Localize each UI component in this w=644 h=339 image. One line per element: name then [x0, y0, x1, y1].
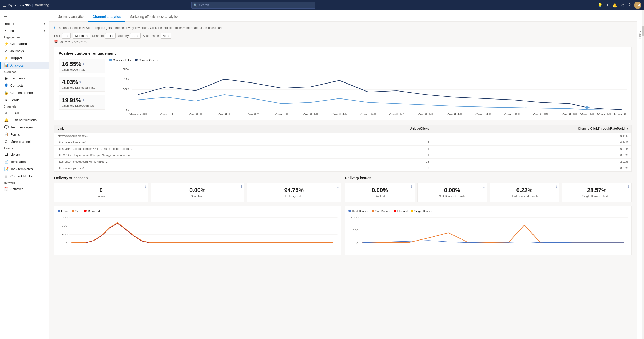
triggers-icon: ⚡ [4, 56, 8, 60]
sidebar-item-forms[interactable]: 📋 Forms [0, 131, 49, 138]
text-icon: 💬 [4, 125, 8, 129]
sidebar-hamburger[interactable]: ☰ [0, 10, 49, 20]
svg-point-9 [585, 106, 589, 109]
last-value-select[interactable]: 2 ▾ [62, 33, 71, 39]
single-bounced-label: Single Bounced Text ... [565, 195, 628, 198]
get-started-label: Get started [10, 42, 27, 46]
tab-marketing-effectiveness[interactable]: Marketing effectiveness analytics [125, 12, 183, 22]
ctr-value: 4.03% ℹ [62, 79, 102, 86]
sidebar-item-templates[interactable]: 📄 Templates [0, 158, 49, 165]
bottom-charts-row: Inflow Sent Delivered 300 200 100 0 [54, 206, 632, 255]
sidebar-item-consent-center[interactable]: 🔒 Consent center [0, 89, 49, 96]
svg-text:0: 0 [356, 242, 358, 244]
legend-sent: Sent [72, 210, 81, 213]
sidebar-item-get-started[interactable]: ⚡ Get started [0, 40, 49, 47]
tab-journey-analytics[interactable]: Journey analytics [54, 12, 88, 22]
ctr-per-link-cell: 0.14% [432, 139, 631, 146]
engagement-inner: 16.55% ℹ ChannelOpenRate 4.03% ℹ Channel… [59, 59, 627, 116]
sidebar-item-leads[interactable]: ◈ Leads [0, 96, 49, 103]
inflow-info-icon[interactable]: ℹ [145, 185, 146, 188]
sidebar-item-text-messages[interactable]: 💬 Text messages [0, 123, 49, 131]
bottom-chart-left-svg: 300 200 100 0 [58, 215, 338, 251]
channel-select[interactable]: All ▾ [105, 33, 115, 39]
send-rate-value: 0.00% [154, 187, 241, 194]
blocked-info-icon[interactable]: ℹ [411, 185, 412, 188]
sidebar-item-analytics[interactable]: 📊 Analytics [0, 62, 49, 69]
more-channels-icon: ⊕ [4, 139, 8, 144]
sidebar-item-contacts[interactable]: 👤 Contacts [0, 82, 49, 89]
unique-clicks-col-header: UniqueClicks [341, 125, 432, 133]
journey-select[interactable]: All ▾ [130, 33, 140, 39]
delivery-rate-info-icon[interactable]: ℹ [337, 185, 339, 188]
tab-bar: Journey analytics Channel analytics Mark… [49, 10, 637, 22]
content-area: ℹ The data in these Power BI reports get… [49, 22, 637, 339]
period-select[interactable]: Months ▾ [73, 33, 90, 39]
search-input[interactable] [199, 3, 313, 7]
help-icon[interactable]: ? [628, 3, 631, 7]
svg-text:April 18: April 18 [447, 113, 463, 115]
click-to-open-info-icon[interactable]: ℹ [83, 98, 84, 102]
activities-icon: 📅 [4, 187, 8, 191]
delivery-send-rate-card: ℹ 0.00% Send Rate [151, 183, 245, 202]
bottom-chart-left-legend: Inflow Sent Delivered [58, 210, 338, 213]
unique-clicks-cell: 1 [341, 146, 432, 152]
push-icon: 🔔 [4, 118, 8, 122]
sidebar-item-task-templates[interactable]: 📝 Task templates [0, 165, 49, 172]
sidebar-item-emails[interactable]: ✉ Emails [0, 109, 49, 116]
svg-text:April 20: April 20 [504, 113, 520, 115]
search-bar[interactable]: 🔍 [191, 2, 315, 9]
sidebar-item-more-channels[interactable]: ⊕ More channels [0, 138, 49, 145]
app-container: ☰ Recent ▾ Pinned ▾ Engagement ⚡ Get sta… [0, 10, 644, 339]
sidebar-item-content-blocks[interactable]: ⊞ Content blocks [0, 172, 49, 180]
add-icon[interactable]: + [606, 3, 609, 7]
ctr-info-icon[interactable]: ℹ [79, 80, 81, 84]
ctr-per-link-cell: 0.07% [432, 152, 631, 159]
send-rate-info-icon[interactable]: ℹ [241, 185, 242, 188]
asset-name-select[interactable]: All ▾ [161, 33, 171, 39]
table-row: https://example.com/... 2 0.07% [54, 165, 631, 171]
pinned-group[interactable]: Pinned ▾ [0, 27, 49, 34]
sidebar-item-journeys[interactable]: ↗ Journeys [0, 47, 49, 54]
triggers-label: Triggers [10, 56, 22, 60]
pinned-label: Pinned [4, 29, 14, 33]
delivery-successes-title: Delivery successes [54, 176, 341, 180]
scrollbar-thumb[interactable] [642, 26, 644, 36]
lightbulb-icon[interactable]: 💡 [598, 3, 603, 8]
ctr-per-link-cell: 2.01% [432, 159, 631, 165]
svg-text:60: 60 [123, 67, 129, 70]
info-icon[interactable]: ℹ [54, 26, 55, 30]
assets-section: Assets [0, 145, 49, 151]
svg-text:April 10: April 10 [303, 113, 319, 115]
blocked-card: ℹ 0.00% Blocked [345, 183, 415, 202]
single-bounced-info-icon[interactable]: ℹ [628, 185, 629, 188]
library-label: Library [10, 153, 21, 156]
open-rate-info-icon[interactable]: ℹ [83, 62, 84, 66]
sidebar-item-triggers[interactable]: ⚡ Triggers [0, 54, 49, 62]
hard-bounced-value: 0.22% [493, 187, 556, 194]
settings-icon[interactable]: ⚙ [621, 3, 625, 8]
legend-delivered: Delivered [84, 210, 100, 213]
ctr-label: ChannelClickThroughRate [62, 86, 102, 89]
info-text: The data in these Power BI reports gets … [57, 26, 224, 30]
soft-bounced-info-icon[interactable]: ℹ [483, 185, 485, 188]
recent-group[interactable]: Recent ▾ [0, 20, 49, 27]
emails-icon: ✉ [4, 111, 8, 115]
sidebar-item-push-notifications[interactable]: 🔔 Push notifications [0, 116, 49, 123]
filters-panel[interactable]: Filters [637, 10, 642, 339]
bell-icon[interactable]: 🔔 [612, 3, 617, 8]
sidebar-item-segments[interactable]: ◉ Segments [0, 75, 49, 82]
hard-bounced-info-icon[interactable]: ℹ [556, 185, 557, 188]
task-templates-label: Task templates [10, 167, 33, 171]
app-title: Dynamics 365 [8, 3, 31, 7]
right-scrollbar[interactable] [642, 10, 644, 339]
svg-text:April 19: April 19 [475, 113, 491, 115]
consent-label: Consent center [10, 91, 33, 95]
filters-panel-label[interactable]: Filters [638, 31, 641, 39]
tab-channel-analytics[interactable]: Channel analytics [88, 12, 125, 22]
app-module: Marketing [35, 3, 49, 7]
user-avatar[interactable]: JM [634, 2, 641, 9]
sidebar-item-activities[interactable]: 📅 Activities [0, 185, 49, 193]
svg-text:500: 500 [352, 229, 359, 231]
hamburger-icon[interactable]: ☰ [3, 3, 6, 8]
sidebar-item-library[interactable]: 🖼 Library [0, 151, 49, 158]
